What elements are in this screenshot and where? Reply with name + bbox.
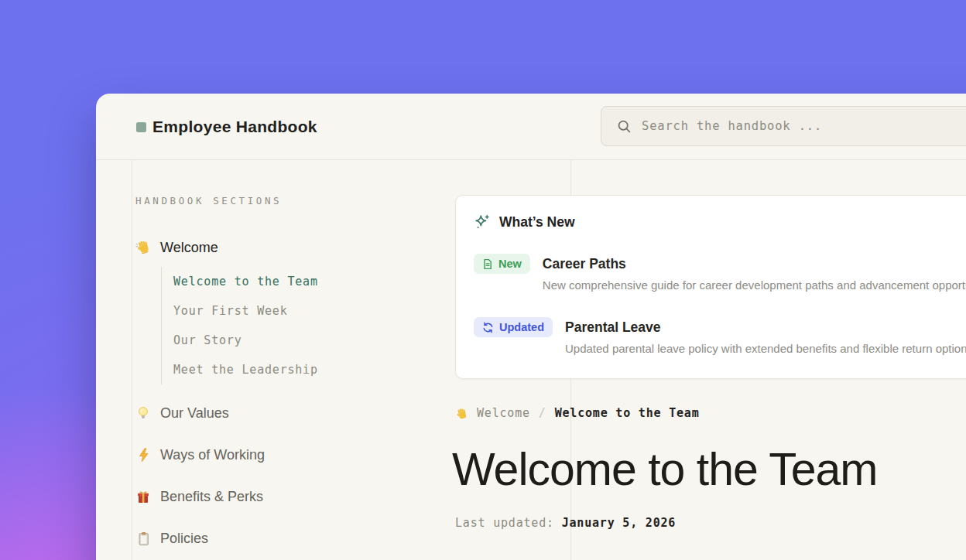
subnav-item-your-first-week[interactable]: Your First Week [173,296,318,326]
sidebar-item-ways-of-working[interactable]: Ways of Working [135,445,265,465]
search-input[interactable] [642,119,966,133]
wave-icon [455,406,468,421]
whats-new-title: What’s New [499,214,575,230]
wave-icon [135,240,151,255]
sidebar-item-label: Ways of Working [160,447,265,463]
whats-new-item-description: Updated parental leave policy with exten… [565,342,966,355]
whats-new-item-description: New comprehensive guide for career devel… [543,278,966,292]
sidebar-subnav: Welcome to the Team Your First Week Our … [161,267,318,384]
document-icon [482,258,493,270]
app-window: Employee Handbook HANDBOOK SECTIONS [96,94,966,560]
gift-icon [135,490,151,504]
lightning-icon [135,448,151,463]
breadcrumb-section[interactable]: Welcome [477,406,530,420]
app-header: Employee Handbook [96,94,966,160]
updated-badge: Updated [474,317,553,337]
new-badge: New [474,254,530,274]
whats-new-item-career-paths[interactable]: New Career Paths New comprehensive guide… [474,254,966,292]
last-updated: Last updated: January 5, 2026 [455,516,676,530]
whats-new-panel: What’s New New Career Paths New comprehe… [455,195,966,379]
breadcrumb-current: Welcome to the Team [555,406,700,420]
sidebar-item-policies[interactable]: Policies [135,528,208,548]
sidebar-item-label: Welcome [160,240,218,256]
clipboard-icon [135,531,151,546]
sidebar-item-label: Benefits & Perks [160,489,263,505]
search-icon [617,119,632,134]
whats-new-item-title: Parental Leave [565,317,966,337]
sidebar-section-label: HANDBOOK SECTIONS [135,195,282,207]
sidebar-item-label: Our Values [160,405,229,422]
sidebar-item-welcome[interactable]: Welcome [135,237,218,258]
whats-new-item-parental-leave[interactable]: Updated Parental Leave Updated parental … [474,317,966,355]
sidebar-item-benefits-perks[interactable]: Benefits & Perks [135,487,263,507]
last-updated-label: Last updated: [455,516,554,530]
subnav-item-meet-the-leadership[interactable]: Meet the Leadership [173,355,318,384]
lightbulb-icon [135,406,151,421]
breadcrumb: Welcome / Welcome to the Team [455,406,699,421]
breadcrumb-separator: / [539,406,546,420]
app-logo [136,122,146,132]
refresh-icon [482,322,494,333]
sparkles-icon [474,213,491,230]
last-updated-value: January 5, 2026 [562,516,676,530]
page-title: Welcome to the Team [452,443,877,496]
sidebar-item-our-values[interactable]: Our Values [135,403,229,423]
subnav-item-our-story[interactable]: Our Story [173,326,318,355]
app-title: Employee Handbook [152,94,317,160]
gutter-divider [132,160,132,560]
whats-new-item-title: Career Paths [543,254,966,274]
search-box[interactable] [601,106,966,146]
subnav-item-welcome-to-the-team[interactable]: Welcome to the Team [173,267,318,296]
sidebar-item-label: Policies [160,531,208,547]
